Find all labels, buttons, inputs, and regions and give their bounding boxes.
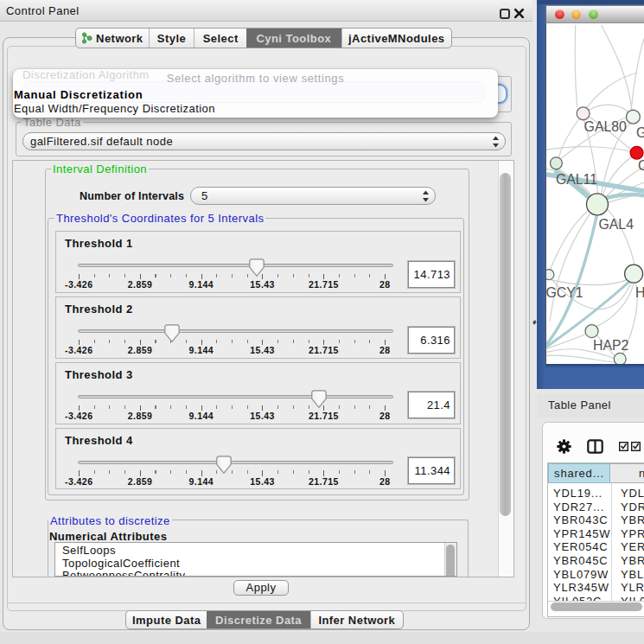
svg-text:CD: CD: [638, 158, 644, 173]
svg-text:HA: HA: [635, 285, 644, 300]
svg-text:HAP2: HAP2: [593, 338, 629, 353]
svg-text:GCY1: GCY1: [546, 285, 583, 300]
svg-text:GAL4: GAL4: [598, 217, 634, 232]
svg-text:GA: GA: [636, 125, 644, 140]
svg-text:GAL80: GAL80: [584, 119, 628, 134]
svg-text:GAL11: GAL11: [556, 172, 597, 187]
